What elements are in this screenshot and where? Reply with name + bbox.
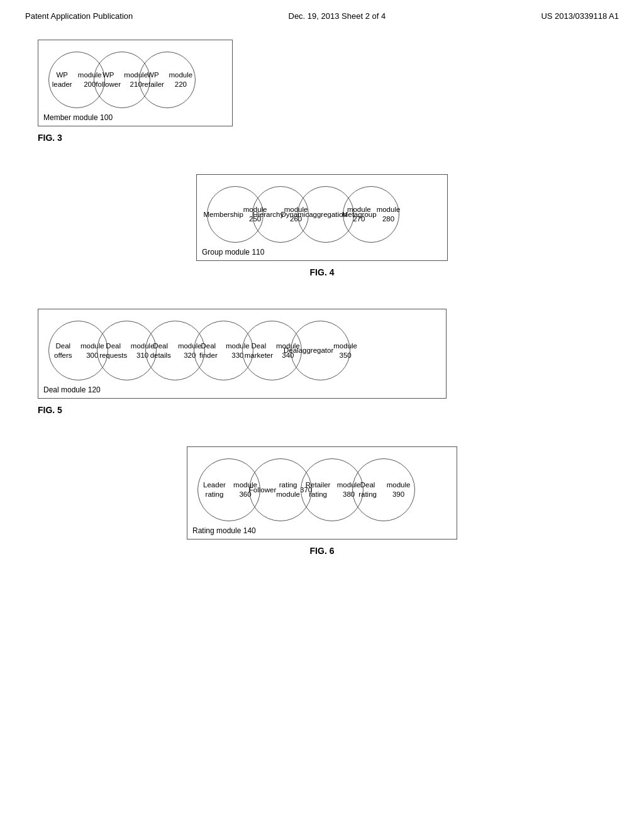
fig4-circles-row: Membershipmodule 250Hierarchymodule 260D…	[207, 186, 437, 243]
circle-2: WP retailermodule 220	[139, 52, 196, 108]
header-middle: Dec. 19, 2013 Sheet 2 of 4	[289, 11, 386, 21]
fig5-caption: FIG. 5	[38, 405, 62, 415]
fig4-box-label: Group module 110	[202, 248, 264, 257]
fig5-diagram: Deal offersmodule 300Deal requestsmodule…	[38, 309, 447, 399]
page-header: Patent Application Publication Dec. 19, …	[0, 0, 644, 27]
fig3-box-label: Member module 100	[43, 113, 113, 122]
fig3-caption: FIG. 3	[38, 133, 62, 143]
fig4-caption: FIG. 4	[310, 267, 335, 277]
fig5-circles-row: Deal offersmodule 300Deal requestsmodule…	[48, 321, 436, 380]
fig6-caption: FIG. 6	[310, 546, 335, 556]
fig3-diagram: WP leadermodule 200WP followermodule 210…	[38, 40, 233, 126]
circle-3: Deal ratingmodule 390	[352, 458, 415, 521]
fig3-circles-row: WP leadermodule 200WP followermodule 210…	[48, 52, 222, 108]
figure-6-block: Leader ratingmodule 360Followerrating mo…	[38, 446, 606, 568]
fig4-diagram: Membershipmodule 250Hierarchymodule 260D…	[196, 174, 448, 261]
figure-5-block: Deal offersmodule 300Deal requestsmodule…	[38, 309, 606, 428]
fig6-diagram: Leader ratingmodule 360Followerrating mo…	[187, 446, 457, 540]
circle-5: Dealaggregatormodule 350	[291, 321, 350, 380]
fig6-circles-row: Leader ratingmodule 360Followerrating mo…	[197, 458, 447, 521]
header-left: Patent Application Publication	[25, 11, 133, 21]
header-right: US 2013/0339118 A1	[541, 11, 619, 21]
figure-4-block: Membershipmodule 250Hierarchymodule 260D…	[38, 174, 606, 290]
fig5-box-label: Deal module 120	[43, 385, 101, 394]
circle-3: Metagroupmodule 280	[343, 186, 399, 243]
fig6-box-label: Rating module 140	[192, 526, 256, 535]
figure-3-block: WP leadermodule 200WP followermodule 210…	[38, 40, 606, 155]
